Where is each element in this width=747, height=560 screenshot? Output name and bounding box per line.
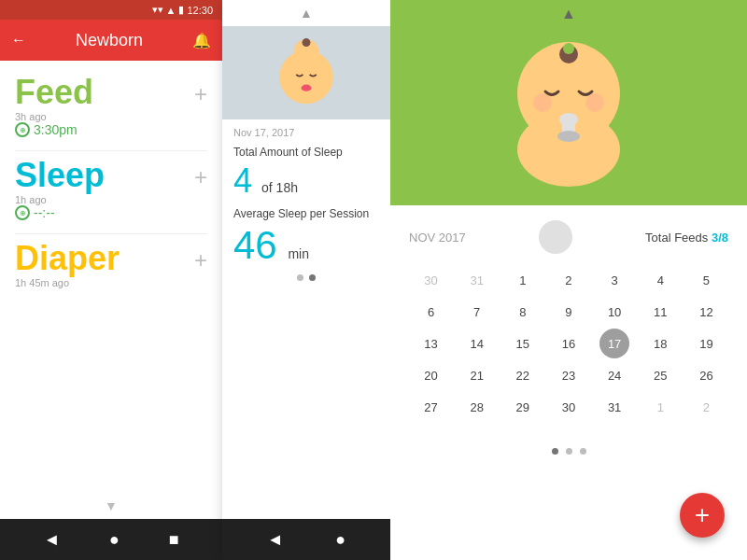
- cal-cell[interactable]: 29: [508, 392, 538, 422]
- cal-cell[interactable]: 8: [508, 297, 538, 327]
- cal-cell[interactable]: 31: [599, 392, 629, 422]
- cal-cell[interactable]: 30: [416, 265, 446, 295]
- add-fab[interactable]: +: [680, 493, 725, 538]
- phone1-content: Feed 3h ago ⊕ 3:30pm + Sleep 1h ago ⊕: [0, 61, 222, 493]
- divider1: [15, 150, 207, 151]
- slide-arrow-up[interactable]: ▲: [222, 0, 390, 26]
- feed-add-button[interactable]: +: [194, 81, 207, 107]
- cal-cell[interactable]: 4: [645, 265, 675, 295]
- panel3-up-arrow: ▲: [561, 6, 576, 22]
- sleep-add-button[interactable]: +: [194, 164, 207, 190]
- cal-cell[interactable]: 11: [645, 297, 675, 327]
- nav-back-button[interactable]: ◄: [43, 530, 60, 550]
- feed-info: Feed 3h ago ⊕ 3:30pm: [15, 76, 93, 137]
- diaper-row: Diaper 1h 45m ago +: [15, 242, 207, 288]
- status-icons: ▾▾ ▲ ▮ 12:30: [152, 4, 213, 16]
- cal-cell[interactable]: 27: [416, 392, 446, 422]
- up-arrow-icon: ▲: [300, 6, 313, 21]
- cal-cell[interactable]: 9: [554, 297, 584, 327]
- cal-cell[interactable]: 3: [599, 265, 629, 295]
- dot1: [297, 274, 303, 281]
- slide-dots: [222, 267, 390, 288]
- feed-label: Feed: [15, 76, 93, 109]
- clock-icon: ⊕: [15, 122, 30, 137]
- sleep-tracker: Sleep 1h ago ⊕ --:-- +: [15, 159, 207, 220]
- status-bar: ▾▾ ▲ ▮ 12:30: [0, 0, 222, 20]
- feed-time-value: 3:30pm: [34, 122, 78, 137]
- cal-cell[interactable]: 21: [462, 360, 492, 390]
- cal-cell[interactable]: 2: [691, 392, 721, 422]
- total-feeds-value: 3/8: [712, 231, 728, 245]
- cal-cell[interactable]: 20: [416, 360, 446, 390]
- diaper-info: Diaper 1h 45m ago: [15, 242, 120, 288]
- wifi-icon: ▲: [166, 5, 176, 16]
- cal-cell[interactable]: 31: [462, 265, 492, 295]
- sleep-total-title: Total Amount of Sleep: [222, 142, 390, 162]
- cal-cell[interactable]: 13: [416, 329, 446, 358]
- sleep-label: Sleep: [15, 159, 105, 192]
- avg-unit: min: [288, 246, 309, 261]
- cal-cell[interactable]: 12: [691, 297, 721, 327]
- panel3-baby-header: ▲: [390, 0, 747, 205]
- sleep-info: Sleep 1h ago ⊕ --:--: [15, 159, 105, 220]
- slide-date: Nov 17, 2017: [222, 119, 390, 142]
- calendar-grid[interactable]: 3031123456789101112131415161718192021222…: [409, 265, 728, 422]
- app-title: Newborn: [26, 31, 192, 50]
- diaper-label: Diaper: [15, 242, 120, 275]
- panel3: ▲ NOV 2017 Tot: [390, 0, 747, 560]
- total-feeds: Total Feeds 3/8: [645, 231, 728, 245]
- cal-cell[interactable]: 26: [691, 360, 721, 390]
- cal-cell[interactable]: 18: [645, 329, 675, 358]
- svg-point-3: [302, 85, 312, 91]
- cal-cell[interactable]: 10: [599, 297, 629, 327]
- back-button[interactable]: ←: [11, 32, 26, 49]
- cal-cell[interactable]: 6: [416, 297, 446, 327]
- cal-cell[interactable]: 28: [462, 392, 492, 422]
- time-display: 12:30: [187, 5, 213, 16]
- cal-cell[interactable]: 30: [554, 392, 584, 422]
- sleep-total-value: 4 of 18h: [222, 162, 390, 200]
- fab-icon: +: [695, 500, 710, 530]
- notification-bell-icon[interactable]: 🔔: [192, 32, 211, 49]
- total-feeds-label: Total Feeds: [645, 231, 708, 245]
- nav2-back-button[interactable]: ◄: [267, 530, 284, 550]
- scroll-down-icon[interactable]: ▼: [105, 498, 118, 513]
- nav-home-button[interactable]: ●: [109, 530, 120, 550]
- app-bar: ← Newborn 🔔: [0, 20, 222, 61]
- signal-icon: ▾▾: [152, 4, 163, 16]
- sleep-unit: of 18h: [261, 180, 298, 195]
- cal-cell[interactable]: 7: [462, 297, 492, 327]
- cal-cell[interactable]: 19: [691, 329, 721, 358]
- panel3-dot1: [552, 448, 558, 455]
- nav-circle[interactable]: [539, 220, 572, 254]
- cal-cell[interactable]: 1: [645, 392, 675, 422]
- nav-bar1: ◄ ● ■: [0, 519, 222, 560]
- cal-cell[interactable]: 22: [508, 360, 538, 390]
- cal-cell[interactable]: 17: [599, 329, 629, 358]
- diaper-add-button[interactable]: +: [194, 247, 207, 273]
- cal-cell[interactable]: 14: [462, 329, 492, 358]
- cal-cell[interactable]: 23: [554, 360, 584, 390]
- svg-point-12: [557, 131, 580, 142]
- cal-cell[interactable]: 5: [691, 265, 721, 295]
- phone2-content: ▲ Nov 17, 2017 Total Amount of: [222, 0, 390, 519]
- calendar-section: NOV 2017 Total Feeds 3/8 303112345678910…: [390, 205, 747, 437]
- calendar-header: NOV 2017 Total Feeds 3/8: [409, 220, 728, 254]
- cal-cell[interactable]: 25: [645, 360, 675, 390]
- calendar-month: NOV 2017: [409, 231, 466, 245]
- cal-cell[interactable]: 16: [554, 329, 584, 358]
- avg-number: 46: [233, 223, 277, 267]
- avg-sleep-title: Average Sleep per Session: [222, 200, 390, 224]
- slide-baby-image: [222, 26, 390, 119]
- feed-time-ago: 3h ago: [15, 111, 93, 122]
- phone1: ▾▾ ▲ ▮ 12:30 ← Newborn 🔔 Feed 3h ago ⊕ 3…: [0, 0, 222, 560]
- sleep-time-value: --:--: [34, 205, 55, 220]
- nav-recents-button[interactable]: ■: [169, 530, 179, 550]
- cal-cell[interactable]: 15: [508, 329, 538, 358]
- nav2-home-button[interactable]: ●: [335, 530, 345, 550]
- sleep-number: 4: [233, 161, 252, 200]
- cal-cell[interactable]: 1: [508, 265, 538, 295]
- cal-cell[interactable]: 24: [599, 360, 629, 390]
- baby-illustration-small: [264, 31, 348, 115]
- cal-cell[interactable]: 2: [554, 265, 584, 295]
